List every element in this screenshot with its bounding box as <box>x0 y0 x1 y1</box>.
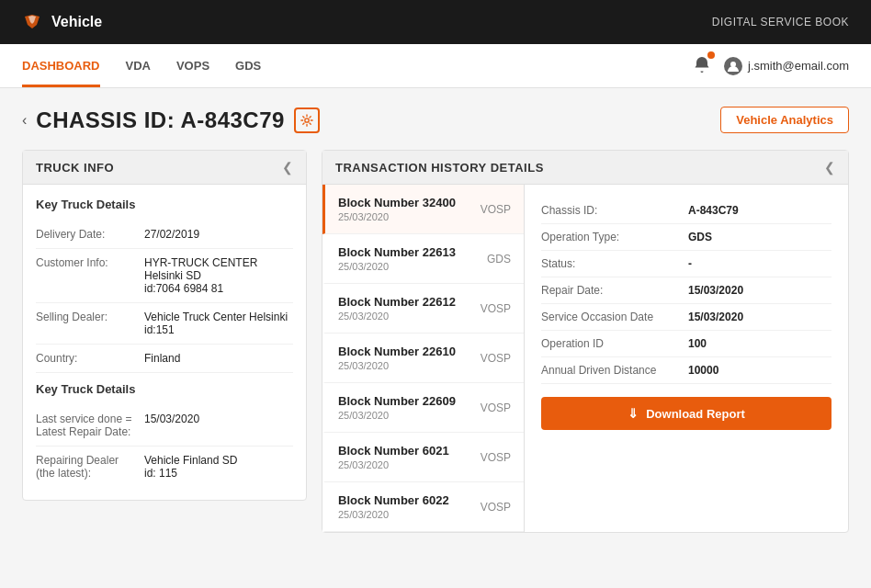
transaction-collapse-button[interactable]: ❮ <box>824 160 835 175</box>
selling-dealer-row: Selling Dealer: Vehicle Truck Center Hel… <box>36 303 293 345</box>
transaction-block-1: Block Number 22613 <box>338 245 511 259</box>
detail-service-occasion-row: Service Occasion Date 15/03/2020 <box>541 304 831 331</box>
nav-right-area: j.smith@email.com <box>693 55 849 76</box>
main-nav: DASHBOARD VDA VOPS GDS j.smith@email.com <box>0 44 871 88</box>
transaction-history-panel: TRANSACTION HISTORY DETAILS ❮ Block Numb… <box>322 150 849 533</box>
detail-operation-id-value: 100 <box>688 337 707 350</box>
truck-info-panel: TRUCK INFO ❮ Key Truck Details Delivery … <box>22 150 307 501</box>
detail-repair-date-label: Repair Date: <box>541 284 688 297</box>
delivery-date-label: Delivery Date: <box>36 228 137 241</box>
brand-icon <box>22 12 42 32</box>
user-menu[interactable]: j.smith@email.com <box>724 57 849 75</box>
transaction-type-0: VOSP <box>481 203 511 216</box>
transaction-item-1[interactable]: Block Number 22613 25/03/2020 GDS <box>322 234 524 284</box>
transaction-item-3[interactable]: Block Number 22610 25/03/2020 VOSP <box>322 334 524 383</box>
transaction-item-6[interactable]: Block Number 6022 25/03/2020 VOSP <box>322 482 524 532</box>
country-row: Country: Finland <box>36 345 293 373</box>
svg-point-1 <box>305 118 309 121</box>
service-book-label: DIGITAL SERVICE BOOK <box>712 16 849 28</box>
transaction-item-0[interactable]: Block Number 32400 25/03/2020 VOSP <box>322 185 524 234</box>
country-label: Country: <box>36 352 137 365</box>
download-report-button[interactable]: ⇓ Download Report <box>541 397 831 430</box>
transaction-type-4: VOSP <box>481 401 511 414</box>
customer-info-row: Customer Info: HYR-TRUCK CENTER Helsinki… <box>36 249 293 303</box>
transaction-item-4[interactable]: Block Number 22609 25/03/2020 VOSP <box>322 383 524 433</box>
transaction-detail: Chassis ID: A-843C79 Operation Type: GDS… <box>525 185 848 532</box>
app-title: Vehicle <box>51 14 102 30</box>
truck-info-collapse-button[interactable]: ❮ <box>282 160 293 175</box>
selling-dealer-label: Selling Dealer: <box>36 311 137 323</box>
country-value: Finland <box>144 352 180 365</box>
nav-dashboard[interactable]: DASHBOARD <box>22 44 100 87</box>
transaction-type-3: VOSP <box>481 352 511 365</box>
last-service-row: Last service done =Latest Repair Date: 1… <box>36 405 293 447</box>
detail-repair-date-row: Repair Date: 15/03/2020 <box>541 277 831 304</box>
detail-status-value: - <box>688 257 692 270</box>
transaction-type-2: VOSP <box>481 302 511 315</box>
last-service-label: Last service done =Latest Repair Date: <box>36 413 137 438</box>
user-avatar <box>724 57 742 75</box>
truck-info-section-2-title: Key Truck Details <box>36 382 293 396</box>
download-icon: ⇓ <box>628 406 639 421</box>
truck-info-body: Key Truck Details Delivery Date: 27/02/2… <box>23 185 306 500</box>
gear-settings-button[interactable] <box>294 107 320 133</box>
delivery-date-value: 27/02/2019 <box>144 228 199 241</box>
delivery-date-row: Delivery Date: 27/02/2019 <box>36 220 293 249</box>
main-layout: TRUCK INFO ❮ Key Truck Details Delivery … <box>22 150 849 533</box>
detail-status-label: Status: <box>541 257 688 270</box>
detail-annual-distance-row: Annual Driven Distance 10000 <box>541 357 831 384</box>
repairing-dealer-value: Vehicle Finland SDid: 115 <box>144 454 237 480</box>
last-service-value: 15/03/2020 <box>144 413 199 425</box>
detail-chassis-label: Chassis ID: <box>541 204 688 217</box>
user-email: j.smith@email.com <box>748 59 849 73</box>
truck-info-title: TRUCK INFO <box>36 161 114 175</box>
logo-area: Vehicle <box>22 12 102 32</box>
detail-chassis-row: Chassis ID: A-843C79 <box>541 198 831 224</box>
customer-info-value: HYR-TRUCK CENTER Helsinki SDid:7064 6984… <box>144 256 293 295</box>
transaction-date-1: 25/03/2020 <box>338 261 511 272</box>
detail-chassis-value: A-843C79 <box>688 204 739 217</box>
selling-dealer-value: Vehicle Truck Center Helsinkiid:151 <box>144 311 288 336</box>
detail-annual-distance-value: 10000 <box>688 364 718 377</box>
detail-operation-id-label: Operation ID <box>541 337 688 350</box>
transaction-item-5[interactable]: Block Number 6021 25/03/2020 VOSP <box>322 433 524 482</box>
nav-gds[interactable]: GDS <box>235 44 261 87</box>
detail-repair-date-value: 15/03/2020 <box>688 284 743 297</box>
nav-links: DASHBOARD VDA VOPS GDS <box>22 44 261 87</box>
detail-operation-type-label: Operation Type: <box>541 231 688 243</box>
repairing-dealer-label: Repairing Dealer(the latest): <box>36 454 137 480</box>
transaction-panel-header: TRANSACTION HISTORY DETAILS ❮ <box>322 151 848 185</box>
nav-vops[interactable]: VOPS <box>176 44 209 87</box>
truck-info-panel-header: TRUCK INFO ❮ <box>23 151 306 185</box>
chassis-title-row: ‹ CHASSIS ID: A-843C79 <box>22 107 320 133</box>
chassis-header: ‹ CHASSIS ID: A-843C79 Vehicle Analytics <box>22 107 849 133</box>
transaction-panel-title: TRANSACTION HISTORY DETAILS <box>335 161 544 175</box>
truck-info-section-1-title: Key Truck Details <box>36 198 293 211</box>
app-header: Vehicle DIGITAL SERVICE BOOK <box>0 0 871 44</box>
transaction-type-1: GDS <box>487 253 511 266</box>
download-report-label: Download Report <box>646 407 745 421</box>
chassis-id-title: CHASSIS ID: A-843C79 <box>36 107 285 133</box>
detail-operation-id-row: Operation ID 100 <box>541 331 831 357</box>
detail-operation-type-row: Operation Type: GDS <box>541 224 831 251</box>
gear-icon <box>300 114 313 127</box>
transaction-type-5: VOSP <box>481 451 511 464</box>
transaction-body: Block Number 32400 25/03/2020 VOSP Block… <box>322 185 848 532</box>
detail-status-row: Status: - <box>541 251 831 277</box>
detail-service-occasion-label: Service Occasion Date <box>541 311 688 323</box>
page-content: ‹ CHASSIS ID: A-843C79 Vehicle Analytics… <box>0 88 871 551</box>
vehicle-analytics-button[interactable]: Vehicle Analytics <box>720 107 849 133</box>
notification-bell-wrapper[interactable] <box>693 55 711 76</box>
transaction-item-2[interactable]: Block Number 22612 25/03/2020 VOSP <box>322 284 524 334</box>
back-arrow-icon[interactable]: ‹ <box>22 112 27 129</box>
nav-vda[interactable]: VDA <box>126 44 151 87</box>
detail-operation-type-value: GDS <box>688 231 712 243</box>
transaction-list: Block Number 32400 25/03/2020 VOSP Block… <box>322 185 525 532</box>
detail-annual-distance-label: Annual Driven Distance <box>541 364 688 377</box>
repairing-dealer-row: Repairing Dealer(the latest): Vehicle Fi… <box>36 447 293 487</box>
transaction-type-6: VOSP <box>481 501 511 514</box>
customer-info-label: Customer Info: <box>36 256 137 269</box>
notification-badge <box>707 51 715 59</box>
detail-service-occasion-value: 15/03/2020 <box>688 311 743 323</box>
